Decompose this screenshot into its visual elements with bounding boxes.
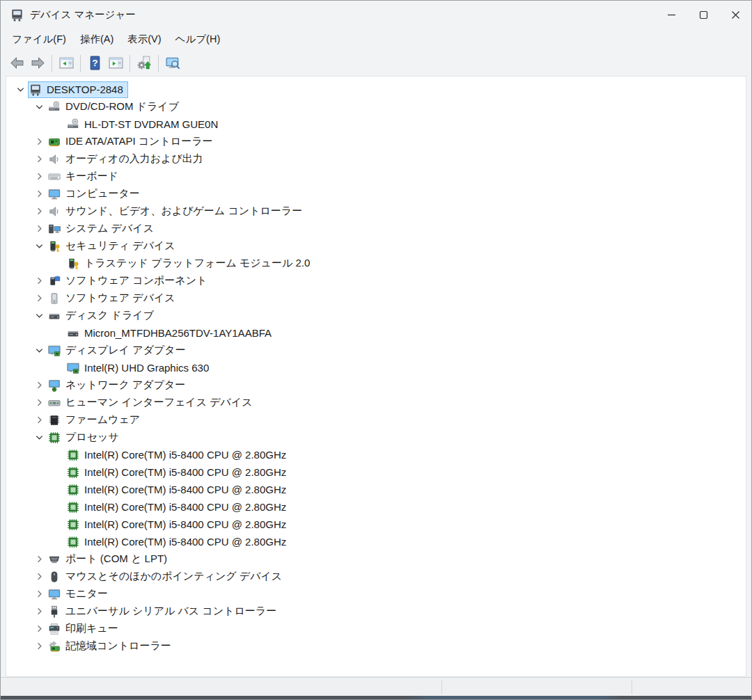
tree-row[interactable]: Intel(R) UHD Graphics 630 [6, 359, 746, 376]
tree-item[interactable]: Micron_MTFDHBA256TDV-1AY1AABFA [66, 326, 276, 341]
tree-item[interactable]: ファームウェア [47, 413, 144, 428]
tree-row[interactable]: DVD/CD-ROM ドライブ [6, 98, 746, 116]
tree-item[interactable]: ディスプレイ アダプター [47, 343, 190, 358]
chevron-right-icon[interactable] [31, 603, 47, 620]
properties-button[interactable] [105, 54, 126, 73]
tree-item[interactable]: Intel(R) Core(TM) i5-8400 CPU @ 2.80GHz [66, 465, 290, 480]
tree-row[interactable]: セキュリティ デバイス [6, 237, 746, 255]
tree-row[interactable]: モニター [6, 585, 746, 603]
tree-item[interactable]: コンピューター [47, 186, 144, 202]
chevron-right-icon[interactable] [31, 185, 47, 202]
tree-row[interactable]: DESKTOP-2848 [6, 81, 746, 98]
tree-item[interactable]: Intel(R) UHD Graphics 630 [66, 360, 213, 376]
tree-row[interactable]: 記憶域コントローラー [6, 637, 746, 655]
tree-row[interactable]: ヒューマン インターフェイス デバイス [6, 394, 746, 411]
tree-item[interactable]: ヒューマン インターフェイス デバイス [47, 395, 257, 411]
chevron-down-icon[interactable] [31, 237, 47, 255]
tree-row[interactable]: Micron_MTFDHBA256TDV-1AY1AABFA [6, 324, 746, 342]
tree-item[interactable]: Intel(R) Core(TM) i5-8400 CPU @ 2.80GHz [66, 447, 290, 463]
tree-row[interactable]: ユニバーサル シリアル バス コントローラー [6, 603, 746, 620]
chevron-right-icon[interactable] [31, 550, 47, 568]
tree-row[interactable]: コンピューター [6, 185, 746, 202]
tree-item[interactable]: プロセッサ [47, 430, 123, 445]
computer-search-button[interactable] [162, 54, 183, 73]
tree-row[interactable]: ファームウェア [6, 411, 746, 429]
tree-item[interactable]: Intel(R) Core(TM) i5-8400 CPU @ 2.80GHz [66, 534, 290, 550]
chevron-right-icon[interactable] [31, 272, 47, 289]
chevron-down-icon[interactable] [12, 81, 29, 98]
tree-row[interactable]: Intel(R) Core(TM) i5-8400 CPU @ 2.80GHz [6, 481, 746, 498]
tree-item[interactable]: モニター [47, 587, 112, 602]
tree-item[interactable]: Intel(R) Core(TM) i5-8400 CPU @ 2.80GHz [66, 517, 290, 532]
tree-item[interactable]: ディスク ドライブ [47, 308, 158, 324]
chevron-right-icon[interactable] [31, 394, 47, 411]
tree-row[interactable]: サウンド、ビデオ、およびゲーム コントローラー [6, 202, 746, 220]
tree-item[interactable]: Intel(R) Core(TM) i5-8400 CPU @ 2.80GHz [66, 482, 290, 498]
maximize-button[interactable] [687, 1, 719, 29]
back-button[interactable] [6, 54, 27, 73]
chevron-right-icon[interactable] [31, 568, 47, 585]
chevron-right-icon[interactable] [31, 376, 47, 394]
scan-hardware-changes-button[interactable] [134, 54, 155, 73]
menu-view[interactable]: 表示(V) [120, 31, 168, 48]
tree-item[interactable]: オーディオの入力および出力 [47, 152, 207, 167]
tree-item[interactable]: HL-DT-ST DVDRAM GUE0N [66, 117, 222, 132]
tree-row[interactable]: トラステッド プラットフォーム モジュール 2.0 [6, 255, 746, 272]
tree-item[interactable]: 印刷キュー [47, 621, 123, 637]
menu-action[interactable]: 操作(A) [73, 31, 120, 48]
tree-row[interactable]: IDE ATA/ATAPI コントローラー [6, 133, 746, 150]
tree-row[interactable]: HL-DT-ST DVDRAM GUE0N [6, 116, 746, 133]
tree-row[interactable]: Intel(R) Core(TM) i5-8400 CPU @ 2.80GHz [6, 463, 746, 481]
chevron-right-icon[interactable] [31, 411, 47, 429]
tree-item[interactable]: ポート (COM と LPT) [47, 552, 171, 567]
chevron-down-icon[interactable] [31, 98, 47, 116]
close-button[interactable] [719, 1, 751, 29]
chevron-right-icon[interactable] [31, 133, 47, 150]
tree-row[interactable]: ソフトウェア コンポーネント [6, 272, 746, 289]
chevron-right-icon[interactable] [31, 620, 47, 637]
forward-button[interactable] [27, 54, 48, 73]
tree-item[interactable]: トラステッド プラットフォーム モジュール 2.0 [66, 256, 314, 271]
menu-file[interactable]: ファイル(F) [5, 31, 73, 48]
tree-item[interactable]: システム デバイス [47, 221, 158, 237]
chevron-right-icon[interactable] [31, 289, 47, 307]
chevron-down-icon[interactable] [31, 342, 47, 359]
tree-item-selected[interactable]: DESKTOP-2848 [29, 82, 127, 97]
tree-row[interactable]: ディスク ドライブ [6, 307, 746, 324]
tree-row[interactable]: Intel(R) Core(TM) i5-8400 CPU @ 2.80GHz [6, 498, 746, 516]
tree-row[interactable]: オーディオの入力および出力 [6, 150, 746, 168]
tree-row[interactable]: ソフトウェア デバイス [6, 289, 746, 307]
tree-item[interactable]: DVD/CD-ROM ドライブ [47, 100, 183, 115]
chevron-right-icon[interactable] [31, 585, 47, 603]
tree-item[interactable]: ソフトウェア コンポーネント [47, 273, 211, 289]
tree-row[interactable]: Intel(R) Core(TM) i5-8400 CPU @ 2.80GHz [6, 516, 746, 533]
chevron-down-icon[interactable] [31, 307, 47, 324]
chevron-right-icon[interactable] [31, 220, 47, 237]
tree-item[interactable]: IDE ATA/ATAPI コントローラー [47, 134, 217, 150]
tree-item[interactable]: ネットワーク アダプター [47, 378, 189, 393]
tree-row[interactable]: マウスとそのほかのポインティング デバイス [6, 568, 746, 585]
tree-item[interactable]: Intel(R) Core(TM) i5-8400 CPU @ 2.80GHz [66, 500, 290, 515]
tree-item[interactable]: ユニバーサル シリアル バス コントローラー [47, 604, 281, 619]
tree-row[interactable]: ネットワーク アダプター [6, 376, 746, 394]
tree-row[interactable]: Intel(R) Core(TM) i5-8400 CPU @ 2.80GHz [6, 533, 746, 550]
help-button[interactable]: ? [84, 54, 105, 73]
tree-item[interactable]: マウスとそのほかのポインティング デバイス [47, 569, 286, 584]
menu-help[interactable]: ヘルプ(H) [169, 31, 228, 48]
chevron-right-icon[interactable] [31, 202, 47, 220]
tree-row[interactable]: ポート (COM と LPT) [6, 550, 746, 568]
tree-row[interactable]: システム デバイス [6, 220, 746, 237]
tree-row[interactable]: 印刷キュー [6, 620, 746, 637]
tree-item[interactable]: サウンド、ビデオ、およびゲーム コントローラー [47, 204, 306, 219]
tree-row[interactable]: ディスプレイ アダプター [6, 342, 746, 359]
chevron-down-icon[interactable] [31, 429, 47, 446]
tree-item[interactable]: セキュリティ デバイス [47, 239, 180, 254]
chevron-right-icon[interactable] [31, 168, 47, 185]
chevron-right-icon[interactable] [31, 150, 47, 168]
tree-item[interactable]: 記憶域コントローラー [47, 639, 175, 654]
minimize-button[interactable] [655, 1, 687, 29]
tree-row[interactable]: プロセッサ [6, 429, 746, 446]
tree-item[interactable]: ソフトウェア デバイス [47, 291, 180, 306]
console-tree-button[interactable] [56, 54, 77, 73]
tree-item[interactable]: キーボード [47, 169, 123, 184]
